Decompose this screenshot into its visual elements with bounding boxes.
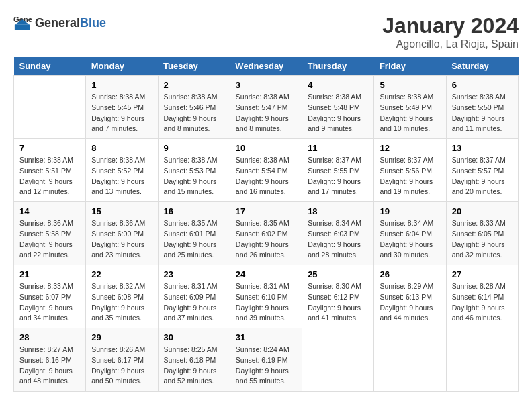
day-number: 21 <box>19 269 80 279</box>
calendar-cell: 30Sunrise: 8:25 AMSunset: 6:18 PMDayligh… <box>158 328 230 392</box>
calendar-cell <box>374 328 446 392</box>
day-number: 11 <box>308 143 368 153</box>
calendar-cell: 10Sunrise: 8:38 AMSunset: 5:54 PMDayligh… <box>230 139 302 202</box>
day-number: 16 <box>164 206 224 216</box>
day-info: Sunrise: 8:38 AMSunset: 5:46 PMDaylight:… <box>164 92 224 134</box>
day-number: 2 <box>164 80 224 90</box>
calendar-cell: 18Sunrise: 8:34 AMSunset: 6:03 PMDayligh… <box>302 202 374 265</box>
day-info: Sunrise: 8:38 AMSunset: 5:54 PMDaylight:… <box>236 155 296 197</box>
calendar-cell: 5Sunrise: 8:38 AMSunset: 5:49 PMDaylight… <box>374 76 446 139</box>
day-info: Sunrise: 8:37 AMSunset: 5:57 PMDaylight:… <box>452 155 513 197</box>
day-number: 25 <box>308 269 368 279</box>
svg-rect-1 <box>15 25 30 30</box>
day-number: 22 <box>91 269 152 279</box>
weekday-header-wednesday: Wednesday <box>230 57 302 76</box>
title-area: January 2024 Agoncillo, La Rioja, Spain <box>382 13 519 50</box>
weekday-header-tuesday: Tuesday <box>158 57 230 76</box>
day-number: 18 <box>308 206 368 216</box>
day-info: Sunrise: 8:38 AMSunset: 5:47 PMDaylight:… <box>236 92 296 134</box>
logo-blue-text: Blue <box>80 16 106 30</box>
calendar-cell: 3Sunrise: 8:38 AMSunset: 5:47 PMDaylight… <box>230 76 302 139</box>
calendar-week-row-1: 7Sunrise: 8:38 AMSunset: 5:51 PMDaylight… <box>14 139 519 202</box>
calendar-week-row-3: 21Sunrise: 8:33 AMSunset: 6:07 PMDayligh… <box>14 265 519 328</box>
day-number: 8 <box>91 143 152 153</box>
calendar-cell: 31Sunrise: 8:24 AMSunset: 6:19 PMDayligh… <box>230 328 302 392</box>
calendar-cell: 22Sunrise: 8:32 AMSunset: 6:08 PMDayligh… <box>86 265 158 328</box>
day-info: Sunrise: 8:38 AMSunset: 5:50 PMDaylight:… <box>452 92 513 134</box>
day-info: Sunrise: 8:37 AMSunset: 5:56 PMDaylight:… <box>380 155 440 197</box>
calendar-week-row-4: 28Sunrise: 8:27 AMSunset: 6:16 PMDayligh… <box>14 328 519 392</box>
day-number: 20 <box>452 206 513 216</box>
day-info: Sunrise: 8:37 AMSunset: 5:55 PMDaylight:… <box>308 155 368 197</box>
day-info: Sunrise: 8:38 AMSunset: 5:52 PMDaylight:… <box>91 155 152 197</box>
day-number: 28 <box>19 332 80 342</box>
day-info: Sunrise: 8:38 AMSunset: 5:51 PMDaylight:… <box>19 155 80 197</box>
day-number: 19 <box>380 206 440 216</box>
day-info: Sunrise: 8:26 AMSunset: 6:17 PMDaylight:… <box>91 345 152 387</box>
calendar-cell: 2Sunrise: 8:38 AMSunset: 5:46 PMDaylight… <box>158 76 230 139</box>
calendar-table: SundayMondayTuesdayWednesdayThursdayFrid… <box>13 57 519 392</box>
day-info: Sunrise: 8:30 AMSunset: 6:12 PMDaylight:… <box>308 281 368 324</box>
weekday-header-saturday: Saturday <box>446 57 518 76</box>
calendar-cell: 26Sunrise: 8:29 AMSunset: 6:13 PMDayligh… <box>374 265 446 328</box>
calendar-cell: 9Sunrise: 8:38 AMSunset: 5:53 PMDaylight… <box>158 139 230 202</box>
day-info: Sunrise: 8:36 AMSunset: 6:00 PMDaylight:… <box>91 218 152 261</box>
calendar-cell: 15Sunrise: 8:36 AMSunset: 6:00 PMDayligh… <box>86 202 158 265</box>
day-info: Sunrise: 8:33 AMSunset: 6:05 PMDaylight:… <box>452 218 513 261</box>
day-number: 24 <box>236 269 296 279</box>
day-number: 3 <box>236 80 296 90</box>
calendar-cell: 12Sunrise: 8:37 AMSunset: 5:56 PMDayligh… <box>374 139 446 202</box>
day-number: 31 <box>236 332 296 342</box>
day-number: 23 <box>164 269 224 279</box>
day-number: 27 <box>452 269 513 279</box>
calendar-cell: 8Sunrise: 8:38 AMSunset: 5:52 PMDaylight… <box>86 139 158 202</box>
day-info: Sunrise: 8:38 AMSunset: 5:45 PMDaylight:… <box>91 92 152 134</box>
day-info: Sunrise: 8:31 AMSunset: 6:09 PMDaylight:… <box>164 281 224 324</box>
day-info: Sunrise: 8:25 AMSunset: 6:18 PMDaylight:… <box>164 345 224 387</box>
logo-icon: General <box>13 13 32 32</box>
calendar-cell: 25Sunrise: 8:30 AMSunset: 6:12 PMDayligh… <box>302 265 374 328</box>
day-number: 17 <box>236 206 296 216</box>
day-info: Sunrise: 8:38 AMSunset: 5:49 PMDaylight:… <box>380 92 440 134</box>
calendar-cell: 27Sunrise: 8:28 AMSunset: 6:14 PMDayligh… <box>446 265 518 328</box>
calendar-cell: 16Sunrise: 8:35 AMSunset: 6:01 PMDayligh… <box>158 202 230 265</box>
day-number: 1 <box>91 80 152 90</box>
calendar-cell: 1Sunrise: 8:38 AMSunset: 5:45 PMDaylight… <box>86 76 158 139</box>
day-info: Sunrise: 8:29 AMSunset: 6:13 PMDaylight:… <box>380 281 440 324</box>
calendar-cell: 21Sunrise: 8:33 AMSunset: 6:07 PMDayligh… <box>14 265 86 328</box>
day-info: Sunrise: 8:34 AMSunset: 6:04 PMDaylight:… <box>380 218 440 261</box>
day-number: 5 <box>380 80 440 90</box>
calendar-cell: 20Sunrise: 8:33 AMSunset: 6:05 PMDayligh… <box>446 202 518 265</box>
day-number: 29 <box>91 332 152 342</box>
calendar-cell: 23Sunrise: 8:31 AMSunset: 6:09 PMDayligh… <box>158 265 230 328</box>
day-info: Sunrise: 8:36 AMSunset: 5:58 PMDaylight:… <box>19 218 80 261</box>
calendar-cell: 28Sunrise: 8:27 AMSunset: 6:16 PMDayligh… <box>14 328 86 392</box>
weekday-header-sunday: Sunday <box>14 57 86 76</box>
weekday-header-monday: Monday <box>86 57 158 76</box>
day-info: Sunrise: 8:31 AMSunset: 6:10 PMDaylight:… <box>236 281 296 324</box>
logo-general-text: General <box>35 16 80 30</box>
weekday-header-row: SundayMondayTuesdayWednesdayThursdayFrid… <box>14 57 519 76</box>
calendar-cell: 4Sunrise: 8:38 AMSunset: 5:48 PMDaylight… <box>302 76 374 139</box>
calendar-cell: 13Sunrise: 8:37 AMSunset: 5:57 PMDayligh… <box>446 139 518 202</box>
calendar-cell: 24Sunrise: 8:31 AMSunset: 6:10 PMDayligh… <box>230 265 302 328</box>
day-number: 9 <box>164 143 224 153</box>
day-number: 26 <box>380 269 440 279</box>
calendar-cell: 6Sunrise: 8:38 AMSunset: 5:50 PMDaylight… <box>446 76 518 139</box>
weekday-header-friday: Friday <box>374 57 446 76</box>
day-number: 6 <box>452 80 513 90</box>
calendar-subtitle: Agoncillo, La Rioja, Spain <box>382 38 519 50</box>
day-info: Sunrise: 8:24 AMSunset: 6:19 PMDaylight:… <box>236 345 296 387</box>
day-info: Sunrise: 8:35 AMSunset: 6:02 PMDaylight:… <box>236 218 296 261</box>
calendar-week-row-2: 14Sunrise: 8:36 AMSunset: 5:58 PMDayligh… <box>14 202 519 265</box>
day-info: Sunrise: 8:33 AMSunset: 6:07 PMDaylight:… <box>19 281 80 324</box>
weekday-header-thursday: Thursday <box>302 57 374 76</box>
calendar-cell <box>446 328 518 392</box>
header: General GeneralBlue January 2024 Agoncil… <box>13 13 519 50</box>
calendar-header: SundayMondayTuesdayWednesdayThursdayFrid… <box>14 57 519 76</box>
calendar-cell: 11Sunrise: 8:37 AMSunset: 5:55 PMDayligh… <box>302 139 374 202</box>
calendar-cell: 7Sunrise: 8:38 AMSunset: 5:51 PMDaylight… <box>14 139 86 202</box>
calendar-cell <box>302 328 374 392</box>
logo: General GeneralBlue <box>13 13 106 32</box>
day-number: 4 <box>308 80 368 90</box>
